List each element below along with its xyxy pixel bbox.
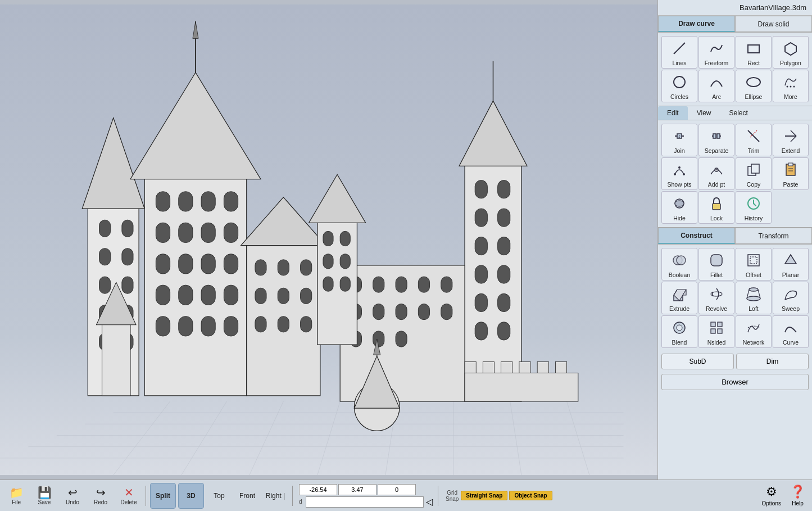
tool-sweep[interactable]: Sweep xyxy=(773,282,809,314)
tool-curve[interactable]: Curve xyxy=(773,315,809,348)
svg-rect-104 xyxy=(323,231,333,246)
tab-dim[interactable]: Dim xyxy=(736,354,809,369)
save-button[interactable]: 💾 Save xyxy=(31,483,57,509)
tool-circles[interactable]: Circles xyxy=(661,70,697,102)
svg-rect-109 xyxy=(340,277,350,291)
tool-polygon[interactable]: Polygon xyxy=(773,36,809,69)
tool-addpt[interactable]: + Add pt xyxy=(698,157,734,190)
svg-rect-145 xyxy=(711,255,722,266)
tool-blend[interactable]: Blend xyxy=(661,315,697,348)
svg-rect-146 xyxy=(748,255,759,266)
svg-rect-31 xyxy=(156,223,170,242)
tool-hide[interactable]: Hide xyxy=(661,191,697,224)
svg-point-115 xyxy=(747,78,760,87)
coord-z[interactable] xyxy=(378,484,416,495)
delete-button[interactable]: ✕ Delete xyxy=(116,483,142,509)
coord-x[interactable] xyxy=(299,484,337,495)
coord-triangle[interactable]: ◁ xyxy=(425,496,434,507)
straight-snap-button[interactable]: Straight Snap xyxy=(461,491,507,500)
tab-subd[interactable]: SubD xyxy=(661,354,734,369)
tool-extend[interactable]: Extend xyxy=(773,124,809,156)
svg-rect-41 xyxy=(201,285,215,305)
tool-ellipse[interactable]: Ellipse xyxy=(736,70,772,102)
browser-button[interactable]: Browser xyxy=(661,374,809,390)
grid-snap-label: Grid Snap xyxy=(446,490,459,502)
top-button[interactable]: Top xyxy=(206,483,232,509)
tab-edit[interactable]: Edit xyxy=(658,106,688,120)
tool-offset[interactable]: Offset xyxy=(736,248,772,281)
coord-d[interactable] xyxy=(306,496,424,508)
tool-paste[interactable]: Paste xyxy=(773,157,809,190)
polygon-icon xyxy=(783,40,799,58)
tool-network-label: Network xyxy=(743,339,765,346)
revolve-icon xyxy=(709,286,724,304)
tool-rect[interactable]: Rect xyxy=(736,36,772,69)
svg-rect-20 xyxy=(122,277,133,293)
file-button[interactable]: 📁 File xyxy=(3,483,29,509)
tool-history-label: History xyxy=(745,215,763,221)
svg-rect-147 xyxy=(750,257,757,264)
tool-boolean[interactable]: Boolean xyxy=(661,248,697,281)
object-snap-button[interactable]: Object Snap xyxy=(509,491,552,500)
tool-fillet[interactable]: Fillet xyxy=(698,248,734,281)
tool-revolve[interactable]: Revolve xyxy=(698,282,734,314)
svg-rect-34 xyxy=(224,223,238,242)
help-icon[interactable]: ❓ xyxy=(790,485,805,499)
tab-select[interactable]: Select xyxy=(720,106,756,120)
tool-lock[interactable]: Lock xyxy=(698,191,734,224)
tool-showpts[interactable]: Show pts xyxy=(661,157,697,190)
svg-point-129 xyxy=(678,166,681,169)
svg-rect-27 xyxy=(156,192,170,211)
coord-d-label: d xyxy=(299,499,305,505)
tool-trim[interactable]: Trim xyxy=(736,124,772,156)
tab-draw-solid[interactable]: Draw solid xyxy=(735,16,812,32)
svg-rect-74 xyxy=(475,322,487,340)
tool-planar[interactable]: Planar xyxy=(773,248,809,281)
toolbar-separator-3 xyxy=(438,486,438,506)
split-button[interactable]: Split xyxy=(150,483,176,509)
front-button[interactable]: Front xyxy=(234,483,260,509)
redo-button[interactable]: ↪ Redo xyxy=(88,483,114,509)
fillet-icon xyxy=(709,252,724,270)
lines-icon xyxy=(672,40,687,58)
tool-arc-label: Arc xyxy=(712,93,721,100)
tool-loft[interactable]: Loft xyxy=(736,282,772,314)
svg-rect-40 xyxy=(179,285,193,305)
tool-freeform[interactable]: Freeform xyxy=(698,36,734,69)
3d-button[interactable]: 3D xyxy=(178,483,204,509)
viewport-3d[interactable]: 3D xyxy=(0,0,657,480)
tool-copy[interactable]: Copy xyxy=(736,157,772,190)
tab-view[interactable]: View xyxy=(688,106,720,120)
help-label: Help xyxy=(792,500,804,507)
tab-draw-curve[interactable]: Draw curve xyxy=(658,16,735,32)
curve-icon xyxy=(783,320,799,338)
tool-nsided[interactable]: Nsided xyxy=(698,315,734,348)
svg-rect-56 xyxy=(301,288,312,304)
svg-rect-136 xyxy=(788,163,793,166)
tool-more-draw[interactable]: More xyxy=(773,70,809,102)
tool-arc[interactable]: Arc xyxy=(698,70,734,102)
tool-history[interactable]: History xyxy=(736,191,772,224)
toolbar-separator-2 xyxy=(292,486,293,506)
right-button[interactable]: Right | xyxy=(262,483,288,509)
right-label: Right | xyxy=(266,492,285,500)
undo-button[interactable]: ↩ Undo xyxy=(60,483,85,509)
coords-area: d ◁ xyxy=(299,484,434,508)
svg-rect-57 xyxy=(255,316,266,332)
svg-rect-17 xyxy=(99,248,111,265)
tool-lines[interactable]: Lines xyxy=(661,36,697,69)
options-icon[interactable]: ⚙ xyxy=(766,485,777,499)
snap-section: Grid Snap xyxy=(446,490,459,502)
svg-point-114 xyxy=(674,76,685,88)
tool-extrude[interactable]: Extrude xyxy=(661,282,697,314)
svg-marker-113 xyxy=(785,43,796,55)
tab-construct[interactable]: Construct xyxy=(658,228,735,244)
rect-icon xyxy=(746,40,761,58)
tab-transform[interactable]: Transform xyxy=(735,228,812,244)
svg-rect-71 xyxy=(498,265,510,283)
tool-separate[interactable]: Separate xyxy=(698,124,734,156)
tool-join[interactable]: J Join xyxy=(661,124,697,156)
coord-y[interactable] xyxy=(338,484,376,495)
svg-rect-80 xyxy=(373,277,384,292)
tool-network[interactable]: Network xyxy=(736,315,772,348)
